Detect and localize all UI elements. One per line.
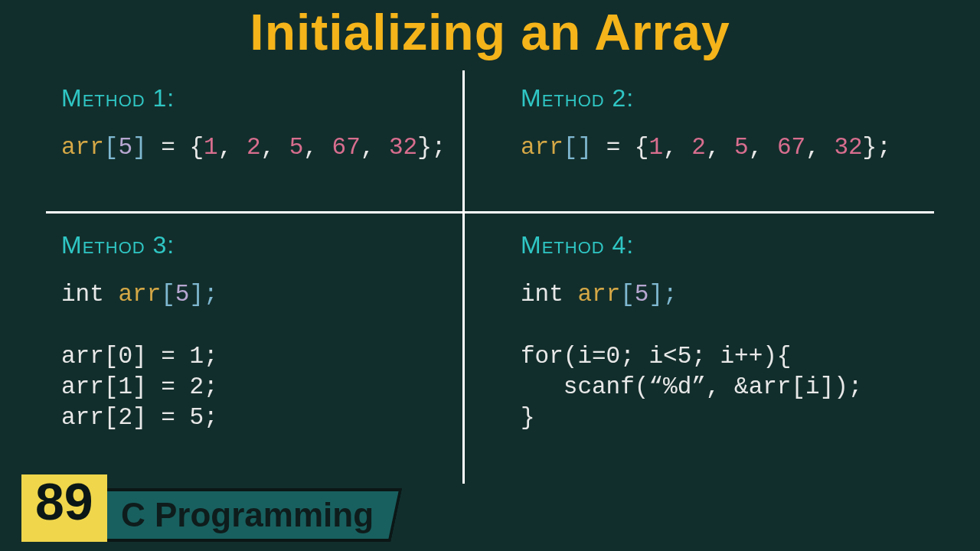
code-token: arr — [577, 281, 620, 308]
code-token: , — [706, 134, 734, 161]
episode-badge: 89 C Programming — [21, 474, 397, 542]
code-token: ] — [577, 134, 592, 161]
code-token: arr[1] = 2; — [61, 373, 218, 400]
code-token: arr — [118, 281, 161, 308]
method-3-code: int arr[5]; arr[0] = 1; arr[1] = 2; arr[… — [61, 279, 459, 433]
code-token: 67 — [332, 134, 361, 161]
code-token: 5 — [118, 134, 132, 161]
code-token: , — [361, 134, 389, 161]
code-token: 67 — [777, 134, 805, 161]
method-3: Method 3: int arr[5]; arr[0] = 1; arr[1]… — [61, 231, 459, 433]
code-token: }; — [863, 134, 891, 161]
code-token: int — [61, 281, 118, 308]
method-3-label: Method 3: — [61, 231, 459, 259]
code-token: 2 — [691, 134, 706, 161]
code-token: , — [663, 134, 691, 161]
code-token: ]; — [189, 281, 217, 308]
code-token: 5 — [175, 281, 190, 308]
code-token: , — [303, 134, 332, 161]
code-token: for(i=0; i<5; i++){ — [521, 343, 791, 370]
code-token: } — [521, 404, 535, 431]
code-token: , — [261, 134, 289, 161]
code-token: 32 — [834, 134, 862, 161]
code-token: int — [521, 281, 577, 308]
code-token: 32 — [389, 134, 417, 161]
code-token: arr[0] = 1; — [61, 343, 218, 370]
code-token: [ — [620, 281, 635, 308]
code-token: [ — [161, 281, 175, 308]
code-token: = { — [592, 134, 648, 161]
code-token: 2 — [247, 134, 261, 161]
code-token: ] — [132, 134, 147, 161]
code-token: 5 — [734, 134, 749, 161]
code-token: 5 — [635, 281, 649, 308]
method-4-label: Method 4: — [521, 231, 934, 259]
code-token: 5 — [289, 134, 304, 161]
method-2-code: arr[] = {1, 2, 5, 67, 32}; — [521, 132, 934, 163]
code-token: arr — [61, 134, 104, 161]
course-name-badge: C Programming — [84, 488, 402, 542]
divider-horizontal — [46, 211, 934, 214]
code-token: ]; — [648, 281, 677, 308]
divider-vertical — [462, 70, 465, 484]
code-token: [ — [104, 134, 119, 161]
code-token: }; — [417, 134, 446, 161]
code-token: , — [218, 134, 247, 161]
code-token: arr — [521, 134, 564, 161]
code-token: 1 — [648, 134, 663, 161]
method-4-code: int arr[5]; for(i=0; i<5; i++){ scanf(“%… — [521, 279, 934, 433]
code-token: , — [749, 134, 777, 161]
code-token: , — [805, 134, 834, 161]
grid: Method 1: arr[5] = {1, 2, 5, 67, 32}; Me… — [0, 70, 980, 484]
code-token: arr[2] = 5; — [61, 404, 218, 431]
episode-number: 89 — [21, 474, 107, 542]
code-token: scanf(“%d”, &arr[i]); — [521, 373, 862, 400]
method-1: Method 1: arr[5] = {1, 2, 5, 67, 32}; — [61, 84, 459, 163]
code-token: [ — [564, 134, 578, 161]
method-2: Method 2: arr[] = {1, 2, 5, 67, 32}; — [521, 84, 934, 163]
method-4: Method 4: int arr[5]; for(i=0; i<5; i++)… — [521, 231, 934, 433]
code-token: 1 — [204, 134, 218, 161]
method-1-label: Method 1: — [61, 84, 459, 112]
method-2-label: Method 2: — [521, 84, 934, 112]
code-token: = { — [147, 134, 204, 161]
page-title: Initializing an Array — [0, 0, 980, 61]
method-1-code: arr[5] = {1, 2, 5, 67, 32}; — [61, 132, 459, 163]
